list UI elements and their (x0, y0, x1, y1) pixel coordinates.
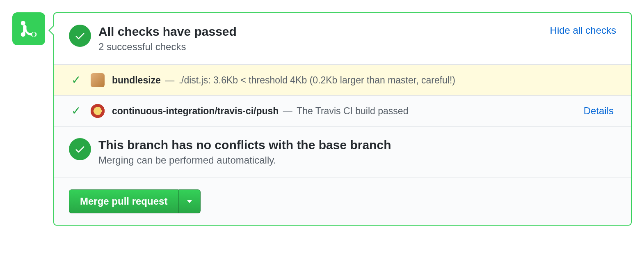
git-merge-icon (20, 20, 38, 38)
check-message: The Travis CI build passed (297, 106, 408, 116)
travis-icon (91, 104, 105, 118)
panel-pointer (48, 25, 53, 35)
merge-panel: All checks have passed 2 successful chec… (53, 12, 632, 226)
check-name: bundlesize (112, 75, 161, 85)
success-status-icon (69, 138, 91, 160)
check-icon: ✓ (71, 74, 81, 86)
check-row[interactable]: ✓ continuous-integration/travis-ci/push … (54, 95, 631, 126)
conflicts-title: This branch has no conflicts with the ba… (98, 138, 616, 152)
check-name: continuous-integration/travis-ci/push (112, 106, 279, 116)
checks-title: All checks have passed (98, 25, 544, 39)
merge-pull-request-button[interactable]: Merge pull request (69, 189, 178, 213)
check-message: ./dist.js: 3.6Kb < threshold 4Kb (0.2Kb … (179, 75, 455, 85)
merge-options-dropdown[interactable] (178, 189, 201, 213)
check-row[interactable]: ✓ bundlesize — ./dist.js: 3.6Kb < thresh… (54, 65, 631, 95)
merge-status-badge (12, 12, 45, 45)
check-icon: ✓ (71, 105, 81, 117)
conflicts-subtitle: Merging can be performed automatically. (98, 155, 616, 166)
package-icon (91, 73, 105, 87)
hide-all-checks-link[interactable]: Hide all checks (550, 25, 616, 36)
check-icon (74, 30, 86, 42)
conflicts-section: This branch has no conflicts with the ba… (54, 126, 631, 178)
success-status-icon (69, 25, 91, 47)
merge-actions-section: Merge pull request (54, 178, 631, 225)
checks-subtitle: 2 successful checks (98, 41, 544, 53)
check-details-link[interactable]: Details (584, 105, 614, 117)
merge-button-group: Merge pull request (69, 189, 201, 213)
check-icon (74, 143, 86, 155)
checks-summary-section: All checks have passed 2 successful chec… (54, 13, 631, 65)
